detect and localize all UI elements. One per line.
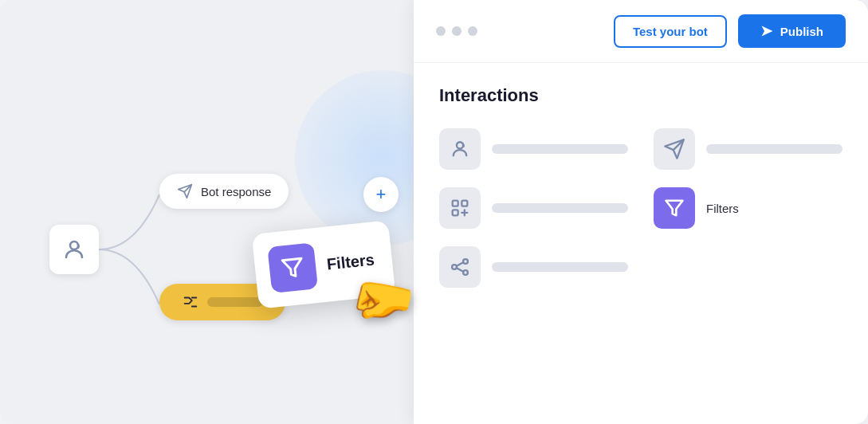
filters-card-icon-box xyxy=(267,242,318,293)
routing-icon xyxy=(182,293,199,311)
filters-item-icon-box xyxy=(654,187,695,229)
interactions-grid: Filters xyxy=(439,128,842,288)
dot-2 xyxy=(452,26,461,36)
routing-label-bar xyxy=(207,297,263,307)
routing-item-icon xyxy=(449,256,471,278)
user-input-icon-box xyxy=(439,128,481,170)
interaction-item-bot-response[interactable] xyxy=(654,128,842,170)
interaction-item-filters[interactable]: Filters xyxy=(654,187,842,229)
routing-item-icon-box xyxy=(439,246,481,288)
interactions-title: Interactions xyxy=(439,85,842,106)
hand-cursor-icon: 🤛 xyxy=(346,266,419,336)
publish-label: Publish xyxy=(780,25,823,38)
variable-icon xyxy=(449,197,471,219)
variable-icon-box xyxy=(439,187,481,229)
add-node-button[interactable]: + xyxy=(363,177,399,212)
interaction-item-routing[interactable] xyxy=(439,246,628,288)
svg-rect-4 xyxy=(453,210,458,215)
publish-button[interactable]: ➤ Publish xyxy=(738,14,846,48)
right-panel: Test your bot ➤ Publish Interactions xyxy=(414,0,868,424)
dot-group xyxy=(436,26,477,36)
bot-response-item-icon-box xyxy=(654,128,695,170)
top-bar: Test your bot ➤ Publish xyxy=(414,0,868,63)
svg-point-1 xyxy=(457,142,463,148)
filters-item-label: Filters xyxy=(706,202,739,215)
bot-response-node[interactable]: Bot response xyxy=(159,174,289,209)
filter-icon xyxy=(279,253,307,281)
routing-label-bar-item xyxy=(492,262,628,272)
canvas-area: Bot response + Filters 🤛 xyxy=(0,0,454,424)
user-input-icon xyxy=(449,138,471,160)
bot-response-item-icon xyxy=(663,138,685,160)
user-input-label-bar xyxy=(492,144,628,154)
bot-response-icon xyxy=(177,183,193,199)
filters-item-icon xyxy=(663,197,685,219)
interactions-panel: Interactions xyxy=(414,63,868,310)
svg-point-6 xyxy=(463,259,468,264)
dot-1 xyxy=(436,26,446,36)
svg-point-0 xyxy=(70,241,78,249)
user-node-icon xyxy=(62,238,86,261)
publish-send-icon: ➤ xyxy=(760,22,772,40)
bot-response-item-label-bar xyxy=(706,144,842,154)
plus-icon: + xyxy=(376,184,387,205)
connector-lines xyxy=(0,0,454,424)
variable-label-bar xyxy=(492,203,628,213)
user-node xyxy=(49,225,99,274)
svg-point-5 xyxy=(452,265,457,269)
bot-response-label: Bot response xyxy=(201,185,271,198)
svg-point-7 xyxy=(463,270,468,275)
svg-rect-2 xyxy=(453,201,458,206)
svg-rect-3 xyxy=(461,201,467,206)
interaction-item-user[interactable] xyxy=(439,128,628,170)
dot-3 xyxy=(468,26,477,36)
interaction-item-variable[interactable] xyxy=(439,187,628,229)
test-bot-button[interactable]: Test your bot xyxy=(614,15,727,48)
